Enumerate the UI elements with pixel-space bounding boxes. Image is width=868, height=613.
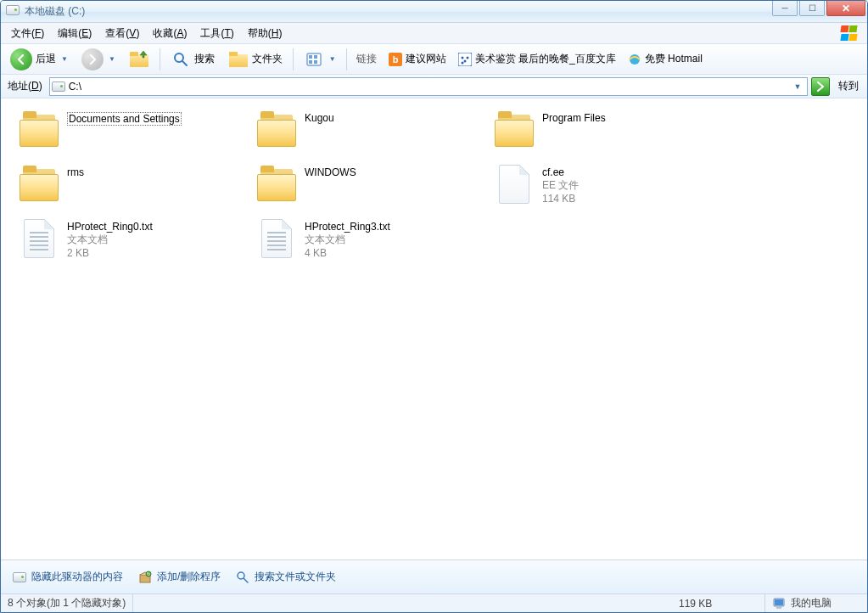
link-suggested-sites[interactable]: b 建议网站 — [384, 52, 451, 66]
link-hotmail[interactable]: 免费 Hotmail — [623, 52, 708, 66]
svg-rect-21 — [775, 599, 783, 605]
links-label: 链接 — [351, 52, 382, 66]
svg-rect-5 — [309, 60, 312, 64]
explorer-window: 本地磁盘 (C:) ─ ☐ ✕ 文件(F) 编辑(E) 查看(V) 收藏(A) … — [0, 0, 868, 613]
task-search-files[interactable]: 搜索文件或文件夹 — [236, 570, 336, 584]
forward-arrow-icon — [81, 48, 104, 70]
task-panel: 隐藏此驱动器的内容 ↻ 添加/删除程序 搜索文件或文件夹 — [1, 560, 867, 593]
folder-item[interactable]: rms — [13, 160, 250, 214]
menu-file[interactable]: 文件(F) — [4, 24, 51, 43]
chevron-down-icon: ▼ — [109, 55, 115, 63]
status-location: 我的电脑 — [765, 594, 867, 612]
address-field[interactable]: ▼ — [49, 77, 808, 96]
task-add-remove-programs[interactable]: ↻ 添加/删除程序 — [138, 570, 221, 584]
window-controls: ─ ☐ ✕ — [772, 1, 867, 16]
drive-icon — [52, 80, 65, 93]
drive-icon — [13, 571, 26, 584]
file-item[interactable]: cf.eeEE 文件114 KB — [488, 160, 725, 214]
svg-point-13 — [461, 61, 463, 64]
address-label: 地址(D) — [4, 79, 46, 93]
chevron-down-icon: ▼ — [329, 55, 336, 63]
svg-rect-4 — [314, 55, 317, 59]
menu-tools[interactable]: 工具(T) — [193, 24, 240, 43]
folder-item[interactable]: Documents and Settings — [13, 105, 250, 160]
item-name: Program Files — [542, 112, 606, 124]
views-button[interactable]: ▼ — [298, 48, 342, 71]
svg-text:b: b — [392, 54, 398, 65]
item-type: 文本文档 — [67, 233, 153, 247]
toolbar: 后退 ▼ ▼ 搜索 文件夹 — [1, 44, 867, 75]
windows-logo-icon — [840, 25, 864, 42]
addressbar: 地址(D) ▼ 转到 — [1, 75, 867, 98]
forward-button[interactable]: ▼ — [76, 48, 121, 71]
link-art-baidu[interactable]: 美术鉴赏 最后的晚餐_百度文库 — [453, 52, 621, 66]
file-list[interactable]: Documents and SettingsKugouProgram Files… — [1, 98, 867, 560]
views-icon — [304, 49, 324, 70]
toolbar-separator — [346, 48, 347, 70]
back-button[interactable]: 后退 ▼ — [4, 48, 74, 71]
go-button[interactable] — [811, 77, 830, 96]
minimize-button[interactable]: ─ — [772, 1, 798, 16]
status-size: 119 KB — [672, 594, 765, 612]
item-name: Documents and Settings — [67, 112, 182, 126]
baidu-icon — [458, 53, 472, 66]
box-icon: ↻ — [138, 571, 152, 584]
go-label: 转到 — [833, 79, 864, 93]
toolbar-separator — [293, 48, 294, 70]
folder-item[interactable]: Kugou — [250, 105, 488, 160]
file-item[interactable]: HProtect_Ring3.txt文本文档4 KB — [250, 214, 488, 268]
menu-favorites[interactable]: 收藏(A) — [146, 24, 193, 43]
task-hide-contents[interactable]: 隐藏此驱动器的内容 — [13, 570, 123, 584]
address-dropdown-button[interactable]: ▼ — [790, 82, 805, 91]
folders-label: 文件夹 — [252, 52, 283, 66]
close-button[interactable]: ✕ — [826, 1, 865, 16]
bing-icon: b — [389, 53, 402, 66]
menu-edit[interactable]: 编辑(E) — [51, 24, 98, 43]
back-arrow-icon — [10, 48, 32, 70]
file-item[interactable]: HProtect_Ring0.txt文本文档2 KB — [13, 214, 250, 268]
chevron-down-icon: ▼ — [61, 55, 68, 63]
address-input[interactable] — [65, 81, 790, 93]
svg-rect-9 — [458, 53, 472, 66]
menubar: 文件(F) 编辑(E) 查看(V) 收藏(A) 工具(T) 帮助(H) — [1, 23, 867, 44]
svg-point-10 — [461, 56, 463, 59]
menu-help[interactable]: 帮助(H) — [241, 24, 289, 43]
search-button[interactable]: 搜索 — [165, 48, 221, 71]
folder-item[interactable]: Program Files — [488, 105, 725, 160]
svg-rect-22 — [776, 607, 781, 609]
item-size: 4 KB — [305, 247, 390, 259]
svg-point-14 — [630, 54, 640, 65]
computer-icon — [772, 597, 786, 610]
folder-icon — [18, 163, 60, 205]
folder-item[interactable]: WINDOWS — [250, 160, 488, 214]
search-icon — [171, 49, 191, 70]
window-title: 本地磁盘 (C:) — [25, 4, 85, 19]
ie-icon — [628, 53, 641, 66]
svg-rect-3 — [309, 55, 312, 59]
titlebar[interactable]: 本地磁盘 (C:) ─ ☐ ✕ — [1, 1, 867, 23]
drive-icon — [6, 5, 20, 19]
file-icon — [493, 163, 535, 205]
text-file-icon — [255, 217, 298, 260]
item-size: 2 KB — [67, 247, 153, 259]
folders-icon — [228, 49, 249, 70]
folders-button[interactable]: 文件夹 — [222, 48, 288, 71]
status-objects: 8 个对象(加 1 个隐藏对象) — [1, 594, 133, 612]
back-label: 后退 — [36, 52, 56, 66]
search-icon — [236, 571, 249, 584]
svg-line-19 — [244, 578, 248, 582]
item-type: EE 文件 — [542, 178, 579, 193]
folder-icon — [493, 109, 535, 151]
folder-icon — [255, 109, 298, 151]
svg-point-12 — [463, 59, 466, 62]
statusbar: 8 个对象(加 1 个隐藏对象) 119 KB 我的电脑 — [1, 593, 867, 612]
maximize-button[interactable]: ☐ — [799, 1, 825, 16]
item-name: WINDOWS — [305, 166, 356, 178]
item-type: 文本文档 — [305, 233, 390, 247]
svg-text:↻: ↻ — [147, 571, 150, 576]
item-name: Kugou — [305, 112, 334, 124]
up-button[interactable] — [123, 48, 155, 71]
item-name: cf.ee — [542, 166, 579, 178]
svg-rect-6 — [314, 60, 317, 64]
menu-view[interactable]: 查看(V) — [98, 24, 146, 43]
